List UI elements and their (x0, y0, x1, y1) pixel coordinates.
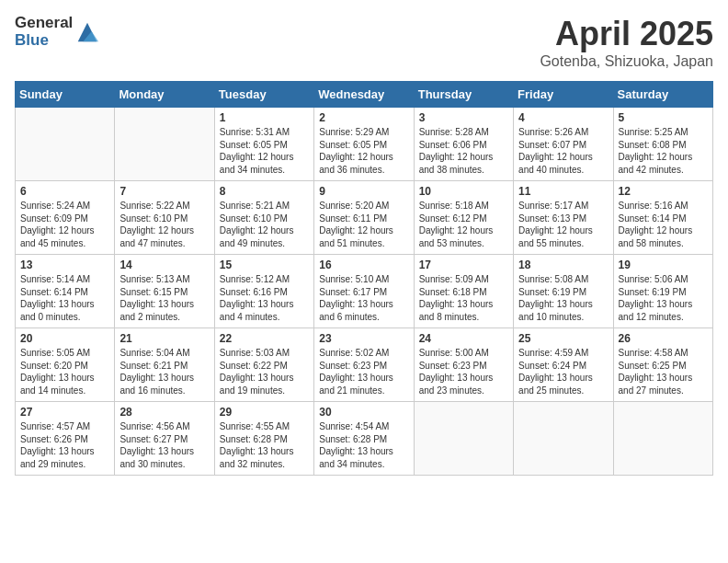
logo-blue: Blue (15, 32, 73, 50)
calendar-cell: 21Sunrise: 5:04 AM Sunset: 6:21 PM Dayli… (115, 328, 214, 402)
calendar-cell (514, 402, 613, 476)
day-detail: Sunrise: 5:24 AM Sunset: 6:09 PM Dayligh… (20, 200, 109, 249)
header-saturday: Saturday (613, 82, 712, 108)
calendar-week-1: 1Sunrise: 5:31 AM Sunset: 6:05 PM Daylig… (16, 108, 713, 181)
calendar-week-2: 6Sunrise: 5:24 AM Sunset: 6:09 PM Daylig… (16, 181, 713, 255)
day-number: 8 (220, 185, 309, 198)
day-number: 9 (319, 185, 408, 198)
calendar-cell: 23Sunrise: 5:02 AM Sunset: 6:23 PM Dayli… (314, 328, 414, 402)
calendar-cell: 12Sunrise: 5:16 AM Sunset: 6:14 PM Dayli… (613, 181, 712, 255)
day-number: 21 (119, 332, 209, 345)
day-number: 1 (220, 111, 309, 124)
header: General Blue April 2025 Gotenba, Shizuok… (15, 15, 713, 70)
calendar-cell: 13Sunrise: 5:14 AM Sunset: 6:14 PM Dayli… (16, 255, 115, 328)
header-sunday: Sunday (16, 82, 115, 108)
calendar-cell (414, 402, 513, 476)
calendar-title: April 2025 (540, 15, 713, 53)
day-number: 16 (319, 259, 408, 271)
calendar-cell: 15Sunrise: 5:12 AM Sunset: 6:16 PM Dayli… (214, 255, 313, 328)
day-number: 12 (619, 185, 708, 198)
day-detail: Sunrise: 5:21 AM Sunset: 6:10 PM Dayligh… (220, 200, 309, 249)
day-detail: Sunrise: 5:02 AM Sunset: 6:23 PM Dayligh… (319, 347, 408, 396)
calendar-cell (115, 108, 214, 181)
day-detail: Sunrise: 5:05 AM Sunset: 6:20 PM Dayligh… (20, 347, 109, 396)
day-detail: Sunrise: 5:08 AM Sunset: 6:19 PM Dayligh… (518, 273, 608, 323)
calendar-table: SundayMondayTuesdayWednesdayThursdayFrid… (15, 81, 713, 476)
calendar-cell: 3Sunrise: 5:28 AM Sunset: 6:06 PM Daylig… (414, 108, 513, 181)
day-detail: Sunrise: 4:55 AM Sunset: 6:28 PM Dayligh… (220, 420, 309, 470)
calendar-cell: 18Sunrise: 5:08 AM Sunset: 6:19 PM Dayli… (514, 255, 613, 328)
header-monday: Monday (115, 82, 214, 108)
header-wednesday: Wednesday (314, 82, 414, 108)
day-number: 10 (419, 185, 508, 198)
calendar-cell: 6Sunrise: 5:24 AM Sunset: 6:09 PM Daylig… (16, 181, 115, 255)
calendar-cell: 10Sunrise: 5:18 AM Sunset: 6:12 PM Dayli… (414, 181, 513, 255)
calendar-cell: 16Sunrise: 5:10 AM Sunset: 6:17 PM Dayli… (314, 255, 414, 328)
day-number: 24 (419, 332, 508, 345)
day-detail: Sunrise: 5:14 AM Sunset: 6:14 PM Dayligh… (20, 273, 109, 323)
day-detail: Sunrise: 5:22 AM Sunset: 6:10 PM Dayligh… (119, 200, 209, 249)
day-number: 4 (518, 111, 608, 124)
calendar-cell: 11Sunrise: 5:17 AM Sunset: 6:13 PM Dayli… (514, 181, 613, 255)
calendar-header-row: SundayMondayTuesdayWednesdayThursdayFrid… (16, 82, 713, 108)
day-number: 25 (518, 332, 608, 345)
day-detail: Sunrise: 5:28 AM Sunset: 6:06 PM Dayligh… (419, 126, 508, 176)
header-friday: Friday (514, 82, 613, 108)
logo-text: General Blue (15, 15, 100, 49)
calendar-cell: 27Sunrise: 4:57 AM Sunset: 6:26 PM Dayli… (16, 402, 115, 476)
calendar-cell: 2Sunrise: 5:29 AM Sunset: 6:05 PM Daylig… (314, 108, 414, 181)
day-detail: Sunrise: 5:25 AM Sunset: 6:08 PM Dayligh… (619, 126, 708, 176)
calendar-cell: 8Sunrise: 5:21 AM Sunset: 6:10 PM Daylig… (214, 181, 313, 255)
day-detail: Sunrise: 5:09 AM Sunset: 6:18 PM Dayligh… (419, 273, 508, 323)
header-thursday: Thursday (414, 82, 513, 108)
calendar-cell: 22Sunrise: 5:03 AM Sunset: 6:22 PM Dayli… (214, 328, 313, 402)
calendar-cell: 1Sunrise: 5:31 AM Sunset: 6:05 PM Daylig… (214, 108, 313, 181)
day-detail: Sunrise: 5:17 AM Sunset: 6:13 PM Dayligh… (518, 200, 608, 249)
calendar-cell (613, 402, 712, 476)
logo: General Blue (15, 15, 100, 49)
day-detail: Sunrise: 5:31 AM Sunset: 6:05 PM Dayligh… (220, 126, 309, 176)
day-number: 20 (20, 332, 109, 345)
day-number: 14 (119, 259, 209, 271)
day-detail: Sunrise: 5:26 AM Sunset: 6:07 PM Dayligh… (518, 126, 608, 176)
logo-general: General (15, 15, 73, 32)
calendar-cell: 4Sunrise: 5:26 AM Sunset: 6:07 PM Daylig… (514, 108, 613, 181)
calendar-cell: 26Sunrise: 4:58 AM Sunset: 6:25 PM Dayli… (613, 328, 712, 402)
day-detail: Sunrise: 5:10 AM Sunset: 6:17 PM Dayligh… (319, 273, 408, 323)
day-detail: Sunrise: 4:54 AM Sunset: 6:28 PM Dayligh… (319, 420, 408, 470)
day-number: 22 (220, 332, 309, 345)
day-number: 29 (220, 406, 309, 419)
day-detail: Sunrise: 5:29 AM Sunset: 6:05 PM Dayligh… (319, 126, 408, 176)
calendar-cell: 17Sunrise: 5:09 AM Sunset: 6:18 PM Dayli… (414, 255, 513, 328)
calendar-cell: 19Sunrise: 5:06 AM Sunset: 6:19 PM Dayli… (613, 255, 712, 328)
day-detail: Sunrise: 4:59 AM Sunset: 6:24 PM Dayligh… (518, 347, 608, 396)
day-number: 19 (619, 259, 708, 271)
day-detail: Sunrise: 5:18 AM Sunset: 6:12 PM Dayligh… (419, 200, 508, 249)
calendar-subtitle: Gotenba, Shizuoka, Japan (540, 53, 713, 70)
calendar-cell: 9Sunrise: 5:20 AM Sunset: 6:11 PM Daylig… (314, 181, 414, 255)
day-number: 3 (419, 111, 508, 124)
day-number: 30 (319, 406, 408, 419)
logo-icon (74, 19, 100, 45)
day-number: 23 (319, 332, 408, 345)
day-detail: Sunrise: 5:00 AM Sunset: 6:23 PM Dayligh… (419, 347, 508, 396)
day-number: 11 (518, 185, 608, 198)
day-number: 6 (20, 185, 109, 198)
day-detail: Sunrise: 4:57 AM Sunset: 6:26 PM Dayligh… (20, 420, 109, 470)
calendar-cell: 28Sunrise: 4:56 AM Sunset: 6:27 PM Dayli… (115, 402, 214, 476)
day-detail: Sunrise: 5:04 AM Sunset: 6:21 PM Dayligh… (119, 347, 209, 396)
calendar-week-4: 20Sunrise: 5:05 AM Sunset: 6:20 PM Dayli… (16, 328, 713, 402)
day-detail: Sunrise: 5:12 AM Sunset: 6:16 PM Dayligh… (220, 273, 309, 323)
day-number: 5 (619, 111, 708, 124)
day-number: 28 (119, 406, 209, 419)
calendar-cell: 29Sunrise: 4:55 AM Sunset: 6:28 PM Dayli… (214, 402, 313, 476)
day-number: 17 (419, 259, 508, 271)
day-number: 13 (20, 259, 109, 271)
day-detail: Sunrise: 5:03 AM Sunset: 6:22 PM Dayligh… (220, 347, 309, 396)
day-detail: Sunrise: 5:13 AM Sunset: 6:15 PM Dayligh… (119, 273, 209, 323)
day-number: 2 (319, 111, 408, 124)
day-number: 26 (619, 332, 708, 345)
day-number: 27 (20, 406, 109, 419)
calendar-cell: 7Sunrise: 5:22 AM Sunset: 6:10 PM Daylig… (115, 181, 214, 255)
calendar-cell: 20Sunrise: 5:05 AM Sunset: 6:20 PM Dayli… (16, 328, 115, 402)
